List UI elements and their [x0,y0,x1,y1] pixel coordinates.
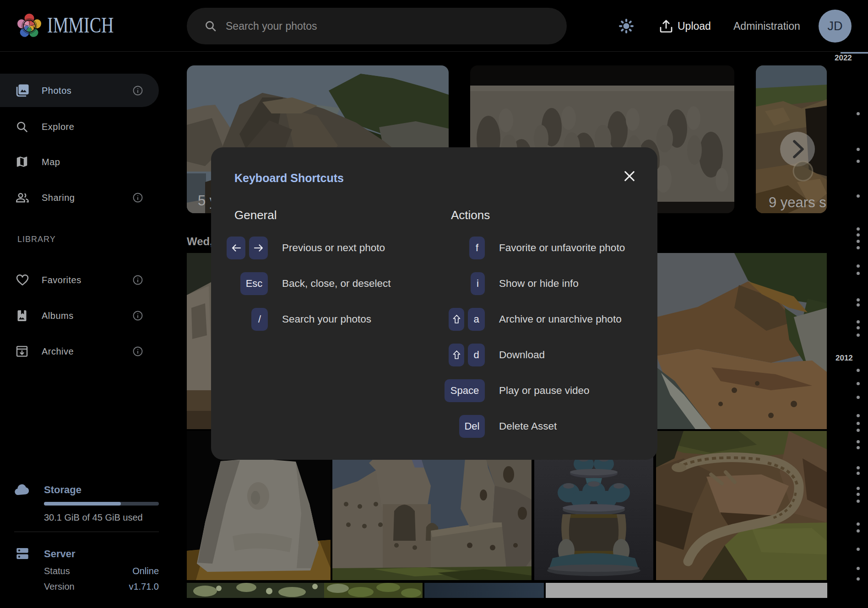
svg-text:9 years si: 9 years si [769,194,827,210]
